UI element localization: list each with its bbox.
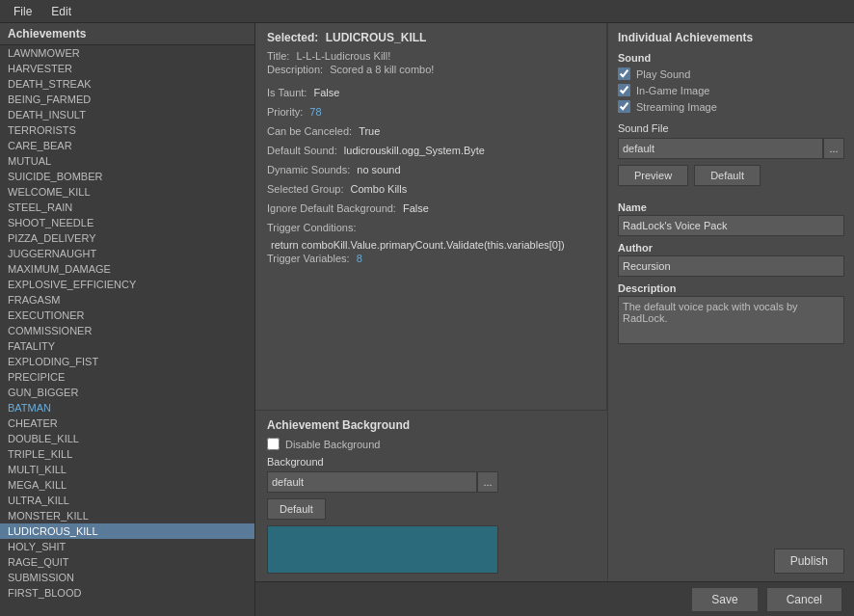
disable-bg-row: Disable Background <box>267 438 596 450</box>
vp-author-value: Recursion <box>618 255 844 277</box>
list-item[interactable]: RAGE_QUIT <box>0 554 254 570</box>
list-item[interactable]: MUTUAL <box>0 153 254 169</box>
detail-desc: Description: Scored a 8 kill combo! <box>267 64 595 75</box>
list-item[interactable]: MAXIMUM_DAMAGE <box>0 261 254 277</box>
background-browse-btn[interactable]: ... <box>477 471 498 493</box>
bg-header: Achievement Background <box>267 418 596 432</box>
trigger-conditions-section: Trigger Conditions: return comboKill.Val… <box>267 220 595 251</box>
file-menu[interactable]: File <box>4 3 41 20</box>
list-item[interactable]: FATALITY <box>0 338 254 354</box>
list-item[interactable]: MEGA_KILL <box>0 477 254 493</box>
background-preview-image <box>267 525 498 574</box>
list-item[interactable]: PRECIPICE <box>0 369 254 385</box>
achievements-list: LAWNMOWERHARVESTERDEATH_STREAKBEING_FARM… <box>0 45 254 601</box>
detail-title: Title: L-L-L-Ludicrous Kill! <box>267 50 595 62</box>
edit-menu[interactable]: Edit <box>41 3 81 20</box>
list-item[interactable]: COMMISSIONER <box>0 323 254 338</box>
list-item[interactable]: FRAGASM <box>0 292 254 308</box>
list-item[interactable]: PIZZA_DELIVERY <box>0 230 254 246</box>
achievements-list-wrapper[interactable]: LAWNMOWERHARVESTERDEATH_STREAKBEING_FARM… <box>0 45 254 616</box>
streaming-image-label: Streaming Image <box>636 101 717 113</box>
detail-dynamic-sounds: Dynamic Sounds: no sound <box>267 162 595 177</box>
in-game-image-label: In-Game Image <box>636 85 709 96</box>
detail-ignore-bg: Ignore Default Background: False <box>267 201 595 216</box>
list-item[interactable]: HOLY_SHIT <box>0 539 254 554</box>
detail-can-be-canceled: Can be Canceled: True <box>267 123 595 139</box>
preview-default-btns: Preview Default <box>618 165 844 186</box>
list-item[interactable]: BEING_FARMED <box>0 92 254 107</box>
list-item[interactable]: CHEATER <box>0 415 254 431</box>
bg-section: Achievement Background Disable Backgroun… <box>255 410 607 581</box>
list-item[interactable]: EXPLODING_FIST <box>0 354 254 369</box>
streaming-image-row: Streaming Image <box>618 100 844 113</box>
disable-bg-checkbox[interactable] <box>267 438 280 450</box>
achievements-panel: Achievements LAWNMOWERHARVESTERDEATH_STR… <box>0 23 255 616</box>
list-item[interactable]: TERRORISTS <box>0 122 254 138</box>
list-item[interactable]: LAWNMOWER <box>0 45 254 61</box>
main-container: Achievements LAWNMOWERHARVESTERDEATH_STR… <box>0 23 854 616</box>
list-item[interactable]: CARE_BEAR <box>0 138 254 153</box>
vp-author-label: Author <box>618 242 844 254</box>
publish-btn[interactable]: Publish <box>774 549 844 574</box>
content-area: Selected: LUDICROUS_KILL Title: L-L-L-Lu… <box>255 23 854 616</box>
publish-area: Publish <box>618 541 844 574</box>
vp-name-label: Name <box>618 201 844 213</box>
list-item[interactable]: WELCOME_KILL <box>0 184 254 200</box>
detail-default-sound: Default Sound: ludicrouskill.ogg_System.… <box>267 143 595 158</box>
vp-desc-label: Description <box>618 282 844 294</box>
sound-input-row: ... <box>618 138 844 159</box>
selected-value: LUDICROUS_KILL <box>326 31 427 44</box>
list-item[interactable]: GUN_BIGGER <box>0 385 254 400</box>
detail-is-taunt: Is Taunt: False <box>267 85 595 100</box>
in-game-image-checkbox[interactable] <box>618 84 630 96</box>
background-default-btn[interactable]: Default <box>267 498 326 520</box>
trigger-conditions-code: return comboKill.Value.primaryCount.Vali… <box>267 239 595 251</box>
detail-trigger-variables: Trigger Variables: 8 <box>267 251 595 266</box>
sound-file-label: Sound File <box>618 122 844 134</box>
trigger-conditions-label: Trigger Conditions: <box>267 220 595 235</box>
vp-name-value: RadLock's Voice Pack <box>618 215 844 236</box>
right-content-col: Individual Achievements Sound Play Sound… <box>608 23 854 581</box>
list-item[interactable]: BATMAN <box>0 400 254 415</box>
ia-default-btn[interactable]: Default <box>694 165 761 186</box>
menu-bar: File Edit <box>0 0 854 23</box>
list-item[interactable]: SUICIDE_BOMBER <box>0 169 254 184</box>
left-detail: Selected: LUDICROUS_KILL Title: L-L-L-Lu… <box>255 23 607 410</box>
list-item[interactable]: FIRST_BLOOD <box>0 585 254 601</box>
streaming-image-checkbox[interactable] <box>618 100 630 113</box>
achievements-header: Achievements <box>0 23 254 45</box>
cancel-btn[interactable]: Cancel <box>766 587 842 612</box>
detail-priority: Priority: 78 <box>267 104 595 120</box>
sound-file-input[interactable] <box>618 138 823 159</box>
content-columns: Selected: LUDICROUS_KILL Title: L-L-L-Lu… <box>255 23 854 581</box>
vp-desc-value: The default voice pack with vocals by Ra… <box>618 296 844 344</box>
list-item[interactable]: DEATH_STREAK <box>0 76 254 92</box>
list-item[interactable]: TRIPLE_KILL <box>0 446 254 462</box>
play-sound-checkbox[interactable] <box>618 67 630 80</box>
play-sound-label: Play Sound <box>636 68 690 80</box>
list-item[interactable]: EXPLOSIVE_EFFICIENCY <box>0 277 254 292</box>
background-input-row: ... <box>267 471 498 493</box>
vp-section: Name RadLock's Voice Pack Author Recursi… <box>618 201 844 344</box>
list-item[interactable]: MONSTER_KILL <box>0 508 254 523</box>
list-item[interactable]: DOUBLE_KILL <box>0 431 254 446</box>
selected-label: Selected: LUDICROUS_KILL <box>267 31 595 44</box>
list-item[interactable]: JUGGERNAUGHT <box>0 246 254 261</box>
list-item[interactable]: DEATH_INSULT <box>0 107 254 122</box>
list-item[interactable]: SHOOT_NEEDLE <box>0 215 254 230</box>
list-item[interactable]: LUDICROUS_KILL <box>0 523 254 539</box>
save-btn[interactable]: Save <box>691 587 758 612</box>
play-sound-row: Play Sound <box>618 67 844 80</box>
list-item[interactable]: EXECUTIONER <box>0 308 254 323</box>
sound-browse-btn[interactable]: ... <box>823 138 844 159</box>
detail-selected-group: Selected Group: Combo Kills <box>267 181 595 197</box>
list-item[interactable]: SUBMISSION <box>0 570 254 585</box>
list-item[interactable]: HARVESTER <box>0 61 254 76</box>
list-item[interactable]: MULTI_KILL <box>0 462 254 477</box>
bottom-bar: Save Cancel <box>255 581 854 616</box>
in-game-image-row: In-Game Image <box>618 84 844 96</box>
background-input[interactable] <box>267 471 477 493</box>
list-item[interactable]: STEEL_RAIN <box>0 200 254 215</box>
preview-btn[interactable]: Preview <box>618 165 688 186</box>
list-item[interactable]: ULTRA_KILL <box>0 493 254 508</box>
